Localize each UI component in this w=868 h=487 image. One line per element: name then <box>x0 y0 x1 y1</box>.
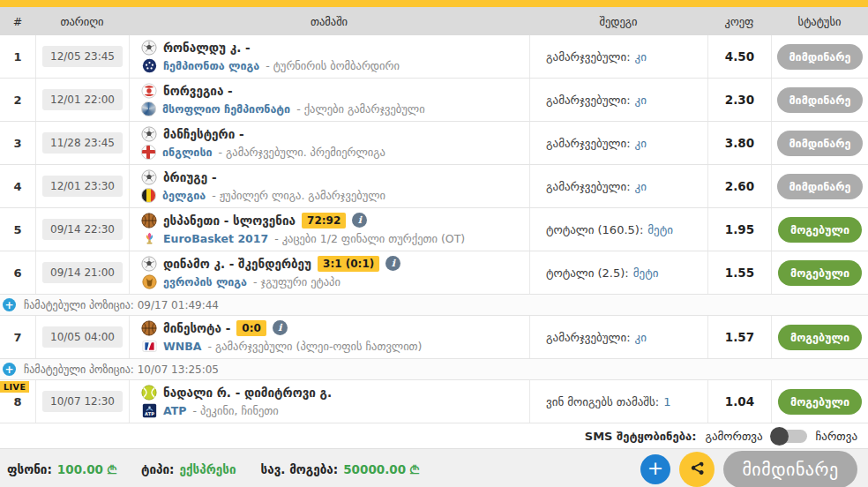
league-link[interactable]: EuroBasket 2017 <box>163 232 268 245</box>
soccer-ball-icon <box>141 126 157 142</box>
england-flag-icon <box>141 145 156 160</box>
league-link[interactable]: მსოფლიო ჩემპიონატი <box>162 102 290 116</box>
row-number: 7 <box>0 316 35 358</box>
row-number: 1 <box>0 35 35 78</box>
plus-icon[interactable]: + <box>3 363 16 376</box>
status-badge: მოგებული <box>778 389 862 415</box>
result-cell: გამარჯვებული:კი <box>529 122 707 164</box>
result-label: გამარჯვებული: <box>546 94 631 107</box>
game-cell: რონალდუ კ. - ჩემპიონთა ლიგა - ტურნირის ბ… <box>129 35 529 78</box>
bet-row: 4 12/01 23:30 ბრიუგე - ბელგია - ჟუპილერ … <box>0 165 868 208</box>
share-button[interactable] <box>679 452 715 487</box>
league-link[interactable]: ჩემპიონთა ლიგა <box>163 59 259 72</box>
col-date: თარიღი <box>35 15 129 28</box>
status-cell: მიმდინარე <box>771 79 868 121</box>
row-number: LIVE 8 <box>0 380 35 423</box>
date-cell: 09/14 22:30 <box>35 208 129 251</box>
status-cell: მოგებული <box>771 251 868 294</box>
team-name: ნორვეგია - <box>163 84 233 98</box>
bet-row: 6 09/14 21:00 დინამო კ. - შკენდერბეუ 3:1… <box>0 251 868 295</box>
date-badge: 11/28 23:45 <box>42 132 123 154</box>
bet-row: 2 12/01 22:00 ნორვეგია - მსოფლიო ჩემპიონ… <box>0 79 868 122</box>
sms-label: SMS შეტყობინება: <box>585 430 697 443</box>
status-cell: მიმდინარე <box>771 122 868 164</box>
league-link[interactable]: WNBA <box>163 340 201 353</box>
league-link[interactable]: ევროპის ლიგა <box>163 275 247 288</box>
info-icon[interactable]: i <box>352 213 367 228</box>
result-value: 1 <box>663 395 670 408</box>
result-cell: გამარჯვებული:კი <box>529 165 707 207</box>
europa-league-icon <box>141 274 157 290</box>
date-badge: 12/01 23:30 <box>42 176 123 197</box>
score-badge: 3:1 (0:1) <box>318 256 379 272</box>
share-icon <box>688 461 706 478</box>
coefficient: 1.57 <box>707 316 771 358</box>
result-cell: ტოტალი (2.5):მეტი <box>529 251 707 294</box>
result-cell: გამარჯვებული:კი <box>529 316 707 358</box>
status-cell: მოგებული <box>771 380 868 423</box>
coefficient: 3.80 <box>707 122 771 164</box>
bet-summary-bar: ფსონი:100.00 ₾ ტიპი:ექსპრესი სავ. მოგება… <box>0 448 868 487</box>
coefficient: 1.95 <box>707 208 771 251</box>
sms-toggle[interactable] <box>772 430 807 443</box>
add-button[interactable]: + <box>640 454 670 484</box>
toggle-knob[interactable] <box>770 427 789 446</box>
result-cell: გამარჯვებული:კი <box>529 79 707 121</box>
added-position-label: ჩამატებული პოზიცია: 09/17 01:49:44 <box>24 299 219 311</box>
score-badge: 72:92 <box>302 213 346 229</box>
result-value: მეტი <box>647 223 673 236</box>
stake-value: 100.00 ₾ <box>57 462 116 476</box>
plus-icon[interactable]: + <box>3 298 16 311</box>
date-cell: 09/14 21:00 <box>35 251 129 294</box>
stake: ფსონი:100.00 ₾ <box>7 462 116 477</box>
coefficient: 1.55 <box>707 251 771 294</box>
date-cell: 12/01 22:00 <box>35 79 129 121</box>
info-icon[interactable]: i <box>273 320 288 335</box>
team-name: ნადალი რ. - დიმიტროვი გ. <box>163 386 332 400</box>
champions-league-icon <box>141 58 157 74</box>
date-badge: 09/14 22:30 <box>42 219 123 240</box>
team-name: დინამო კ. - შკენდერბეუ <box>163 257 311 271</box>
stake-label: ფსონი: <box>7 462 52 476</box>
date-cell: 10/05 04:00 <box>35 316 129 358</box>
sms-off-label: გამორთვა <box>705 430 762 443</box>
eurobasket-trophy-icon <box>141 231 157 247</box>
status-cell: მიმდინარე <box>771 165 868 207</box>
result-cell: ვინ მოიგებს თამაშს:1 <box>529 380 707 423</box>
date-badge: 10/05 04:00 <box>42 326 123 348</box>
result-cell: გამარჯვებული:კი <box>529 35 707 78</box>
league-link[interactable]: ინგლისი <box>162 146 213 159</box>
date-badge: 12/01 22:00 <box>42 89 123 110</box>
market-description: - პეკინი, ჩინეთი <box>192 404 278 417</box>
date-cell: 12/05 23:45 <box>35 35 129 78</box>
bet-row: 7 10/05 04:00 მინესოტა - 0:0 i WNBA - გა… <box>0 316 868 359</box>
sms-on-label: ჩართვა <box>816 430 857 443</box>
footer-buttons: + მიმდინარე <box>640 451 857 487</box>
result-label: ტოტალი (160.5): <box>546 223 643 236</box>
team-name: რონალდუ კ. - <box>163 41 251 55</box>
result-value: კი <box>635 137 647 150</box>
basketball-icon <box>141 320 157 336</box>
row-number: 3 <box>0 122 35 164</box>
col-result: შედეგი <box>529 15 707 28</box>
bet-type: ტიპი:ექსპრესი <box>141 462 236 477</box>
date-badge: 12/05 23:45 <box>42 46 123 67</box>
info-icon[interactable]: i <box>385 256 400 271</box>
coefficient: 2.60 <box>707 165 771 207</box>
league-link[interactable]: ATP <box>163 404 186 417</box>
type-value: ექსპრესი <box>180 462 236 476</box>
date-cell: 11/28 23:45 <box>35 122 129 164</box>
league-link[interactable]: ბელგია <box>162 189 206 202</box>
status-badge: მოგებული <box>778 325 862 350</box>
date-cell: 12/01 23:30 <box>35 165 129 207</box>
status-cell: მიმდინარე <box>771 35 868 78</box>
added-position-label: ჩამატებული პოზიცია: 10/07 13:25:05 <box>24 363 219 376</box>
result-value: მეტი <box>633 266 659 280</box>
result-label: ტოტალი (2.5): <box>546 266 629 280</box>
bet-row: 5 09/14 22:30 ესპანეთი - სლოვენია 72:92 … <box>0 208 868 251</box>
game-cell: დინამო კ. - შკენდერბეუ 3:1 (0:1) i ევროპ… <box>129 251 529 294</box>
result-value: კი <box>635 94 647 107</box>
row-number: 5 <box>0 208 35 251</box>
game-cell: ნორვეგია - მსოფლიო ჩემპიონატი - ქალები გ… <box>129 79 529 121</box>
market-description: - ტურნირის ბომბარდირი <box>266 59 400 72</box>
